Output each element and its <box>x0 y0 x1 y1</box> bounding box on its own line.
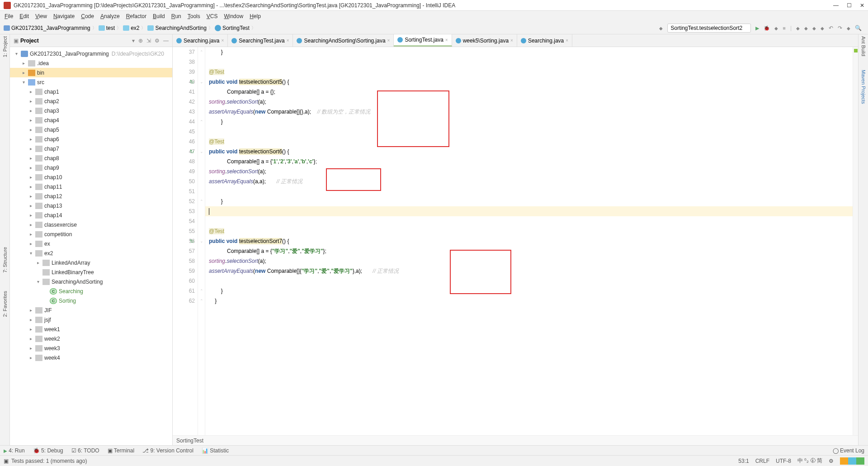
code-line[interactable]: } <box>205 117 858 127</box>
history-icon[interactable] <box>812 25 816 31</box>
tree-row[interactable]: ▸chap12 <box>10 191 172 201</box>
tree-row[interactable]: ▸week3 <box>10 343 172 353</box>
tree-row[interactable]: ▾SearchingAndSorting <box>10 277 172 286</box>
favorites-tool-button[interactable]: 2: Favorites <box>2 291 8 317</box>
tree-row[interactable]: ▸competition <box>10 229 172 239</box>
code-line[interactable]: public void testselectionSort7() { <box>205 236 858 246</box>
editor-breadcrumb[interactable]: SortingTest <box>173 435 858 445</box>
maximize-button[interactable]: ☐ <box>847 2 852 9</box>
run-tab[interactable]: 4: Run <box>4 447 25 454</box>
code-line[interactable] <box>205 127 858 137</box>
code-line[interactable]: sorting.selectionSort(a); <box>205 97 858 107</box>
menu-file[interactable]: File <box>5 13 13 19</box>
close-tab-icon[interactable]: × <box>566 38 568 43</box>
code-line[interactable]: public void testselectionSort5() { <box>205 77 858 87</box>
todo-tab[interactable]: ☑ 6: TODO <box>71 447 99 454</box>
settings-gear-icon[interactable]: ⚙ <box>155 38 160 44</box>
code-line[interactable] <box>205 206 858 216</box>
code-line[interactable]: @Test <box>205 67 858 77</box>
memory-indicator[interactable] <box>840 457 864 465</box>
code-line[interactable] <box>205 57 858 67</box>
code-line[interactable]: assertArrayEquals(new Comparable[]{},a);… <box>205 107 858 117</box>
close-button[interactable]: ✕ <box>860 2 864 9</box>
menu-edit[interactable]: Edit <box>19 13 29 19</box>
code-line[interactable]: Comparable[] a = {}; <box>205 87 858 97</box>
code-line[interactable]: } <box>205 286 858 296</box>
code-line[interactable]: } <box>205 47 858 57</box>
code-line[interactable]: assertArrayEquals(a,a); // 正常情况 <box>205 176 858 186</box>
tree-row[interactable]: CSorting <box>10 296 172 305</box>
close-tab-icon[interactable]: × <box>387 38 390 43</box>
settings-icon[interactable] <box>847 25 850 31</box>
tree-row[interactable]: ▸week1 <box>10 324 172 334</box>
menu-code[interactable]: Code <box>81 13 94 19</box>
ant-build-button[interactable]: Ant Build <box>861 36 866 56</box>
encoding[interactable]: UTF-8 <box>776 458 791 464</box>
vcs-icon[interactable] <box>796 25 800 31</box>
tree-row[interactable]: ▸chap7 <box>10 144 172 153</box>
breadcrumb-item[interactable]: ex2 <box>123 25 139 31</box>
collapse-icon[interactable]: ⇲ <box>146 38 151 44</box>
revert-icon[interactable] <box>821 25 824 31</box>
project-tree[interactable]: ▾GK20172301_JavaProgrammingD:\IdeaProjec… <box>10 47 172 445</box>
tree-row[interactable]: ▸week4 <box>10 353 172 362</box>
tree-row[interactable]: ▸LinkedAndArray <box>10 258 172 267</box>
code-line[interactable]: } <box>205 196 858 206</box>
tree-row[interactable]: ▸classexercise <box>10 220 172 229</box>
menu-build[interactable]: Build <box>153 13 165 19</box>
tree-row[interactable]: ▸JIF <box>10 305 172 315</box>
breadcrumb-item[interactable]: SortingTest <box>215 25 250 31</box>
tree-row[interactable]: ▸.idea <box>10 58 172 68</box>
coverage-icon[interactable] <box>774 25 778 31</box>
close-tab-icon[interactable]: × <box>287 38 289 43</box>
tree-row[interactable]: ▸chap11 <box>10 182 172 191</box>
statistic-tab[interactable]: 📊 Statistic <box>202 447 229 454</box>
tree-row[interactable]: ▸chap1 <box>10 87 172 96</box>
tree-row[interactable]: ▸chap4 <box>10 115 172 125</box>
editor-tab[interactable]: week5\Sorting.java× <box>452 34 517 47</box>
code-line[interactable]: Comparable[] a = {"学习","爱","爱学习"}; <box>205 246 858 256</box>
menu-window[interactable]: Window <box>224 13 243 19</box>
terminal-tab[interactable]: ▣ Terminal <box>108 447 134 454</box>
gear-icon[interactable]: ⚙ <box>829 458 834 464</box>
code-line[interactable]: assertArrayEquals(new Comparable[]{"学习",… <box>205 266 858 276</box>
search-icon[interactable]: 🔍 <box>855 25 862 31</box>
breadcrumb-item[interactable]: SearchingAndSorting <box>147 25 206 31</box>
vcs-tab[interactable]: ⎇ 9: Version Control <box>142 447 193 454</box>
project-view-icon[interactable]: ▣ <box>14 38 19 44</box>
maven-button[interactable]: Maven Projects <box>861 70 866 104</box>
tree-row[interactable]: ▸chap2 <box>10 96 172 106</box>
event-log-button[interactable]: ◯ Event Log <box>833 447 864 454</box>
breadcrumb-item[interactable]: GK20172301_JavaProgramming <box>4 25 90 31</box>
code-line[interactable]: } <box>205 296 858 306</box>
tree-row[interactable]: ▸chap14 <box>10 210 172 220</box>
editor-tab[interactable]: SearchingAndSorting\Sorting.java× <box>293 34 394 47</box>
tree-row[interactable]: ▸ex <box>10 239 172 248</box>
editor-tab[interactable]: Searching.java× <box>173 34 228 47</box>
code-line[interactable]: public void testselectionSort6() { <box>205 147 858 157</box>
code-area[interactable]: } @Test public void testselectionSort5()… <box>205 47 858 435</box>
code-line[interactable]: sorting.selectionSort(a); <box>205 166 858 176</box>
breadcrumb-item[interactable]: test <box>99 25 115 31</box>
menu-help[interactable]: Help <box>250 13 261 19</box>
close-tab-icon[interactable]: × <box>221 38 224 43</box>
redo-icon[interactable]: ↷ <box>838 25 842 31</box>
build-icon[interactable] <box>659 25 663 31</box>
view-mode-dropdown[interactable]: ▾ <box>132 38 135 44</box>
stop-button[interactable] <box>783 25 786 31</box>
run-configuration-select[interactable]: SortingTest.testselectionSort2 <box>667 24 751 33</box>
structure-tool-button[interactable]: 7: Structure <box>2 247 8 273</box>
tree-row[interactable]: ▸chap5 <box>10 125 172 134</box>
commit-icon[interactable] <box>804 25 808 31</box>
hide-panel-icon[interactable]: — <box>163 38 169 44</box>
menu-tools[interactable]: Tools <box>188 13 200 19</box>
tree-row[interactable]: ▾GK20172301_JavaProgrammingD:\IdeaProjec… <box>10 49 172 58</box>
code-line[interactable]: Comparable[] a = {'1','2','3','a','b','c… <box>205 157 858 166</box>
project-tool-button[interactable]: 1: Project <box>2 36 8 57</box>
tree-row[interactable]: ▸chap6 <box>10 134 172 144</box>
code-line[interactable]: sorting.selectionSort(a); <box>205 256 858 266</box>
menu-navigate[interactable]: Navigate <box>53 13 75 19</box>
tree-row[interactable]: ▸chap3 <box>10 106 172 115</box>
menu-vcs[interactable]: VCS <box>207 13 218 19</box>
tree-row[interactable]: ▾src <box>10 77 172 87</box>
